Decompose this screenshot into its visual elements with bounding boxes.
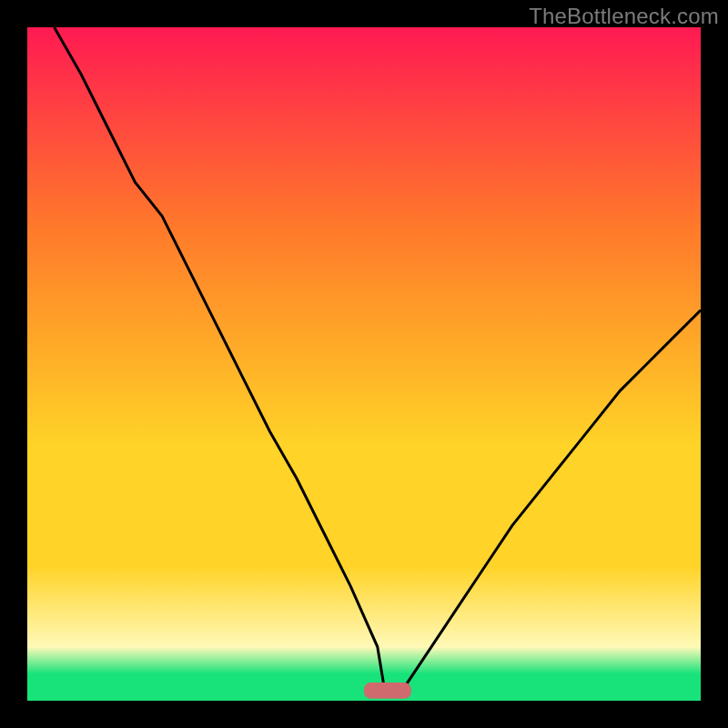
chart-background-gradient <box>27 27 701 701</box>
optimal-point-marker <box>364 682 411 699</box>
bottleneck-chart <box>27 27 701 701</box>
frame: TheBottleneck.com <box>0 0 728 728</box>
watermark-text: TheBottleneck.com <box>529 4 719 29</box>
